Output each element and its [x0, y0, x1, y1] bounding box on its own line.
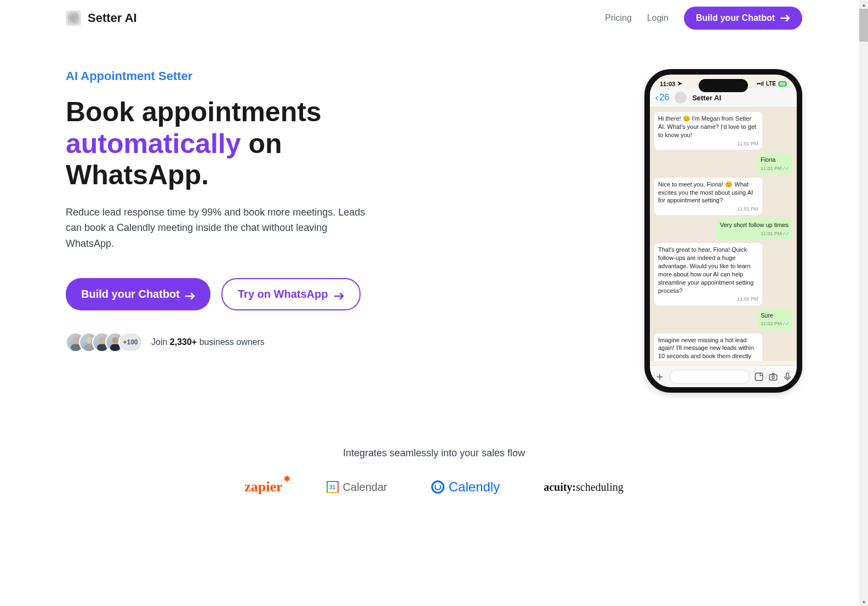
chat-message-outgoing: Sure11:02 PM: [757, 309, 792, 330]
top-nav: Setter AI Pricing Login Build your Chatb…: [0, 0, 868, 36]
phone-frame: 11:03 ➤ ••ıl LTE 89 ‹ 26 Setter AI Hi th…: [644, 69, 802, 393]
google-calendar-icon: 31: [327, 481, 339, 493]
acuity-wordmark: acuity:scheduling: [544, 481, 624, 494]
svg-point-0: [73, 337, 79, 343]
hero-primary-button[interactable]: Build your Chatbot: [66, 278, 210, 310]
brand-block[interactable]: Setter AI: [66, 10, 137, 26]
chat-avatar-icon: [675, 92, 687, 104]
headline-accent: automatically: [66, 128, 241, 159]
logo-calendly: Calendly: [431, 479, 500, 495]
logo-acuity: acuity:scheduling: [544, 481, 624, 494]
nav-cta-button[interactable]: Build your Chatbot: [684, 7, 802, 30]
svg-point-10: [772, 376, 775, 378]
hero-section: AI Appointment Setter Book appointments …: [0, 36, 868, 415]
chat-message-text: Imagine never missing a hot lead again! …: [658, 337, 757, 361]
arrow-right-icon: [780, 14, 790, 22]
chat-message-timestamp: 11:01 PM: [720, 230, 789, 237]
hero-eyebrow: AI Appointment Setter: [66, 69, 406, 83]
integrations-logos: zapier 31 Calendar Calendly acuity:sched…: [0, 479, 868, 495]
chat-message-text: Nice to meet you, Fiona! 😊 What excites …: [658, 181, 753, 204]
camera-icon[interactable]: [768, 372, 778, 382]
chat-message-timestamp: 11:02 PM: [658, 296, 758, 302]
logo-zapier: zapier: [244, 479, 282, 495]
chat-message-text: Sure: [761, 312, 773, 319]
plus-icon[interactable]: ＋: [654, 369, 665, 384]
chat-back-count: 26: [659, 93, 669, 103]
chat-message-outgoing: Very short follow up times11:01 PM: [716, 218, 792, 240]
hero-secondary-button[interactable]: Try on WhatsApp: [221, 278, 361, 310]
chat-message-timestamp: 11:01 PM: [658, 140, 758, 147]
avatar-stack: +100: [66, 332, 142, 352]
chat-input-bar: ＋: [650, 365, 797, 387]
hero-left: AI Appointment Setter Book appointments …: [66, 69, 406, 352]
logo-google-calendar: 31 Calendar: [327, 481, 387, 494]
arrow-right-icon: [334, 290, 344, 298]
social-after: business owners: [197, 337, 265, 347]
hero-cta-row: Build your Chatbot Try on WhatsApp: [66, 278, 406, 310]
chat-body: Hi there! 😊 I'm Megan from Setter AI. Wh…: [650, 107, 797, 361]
location-icon: ➤: [677, 80, 682, 87]
chat-message-timestamp: 11:01 PM: [658, 206, 758, 212]
zapier-wordmark: zapier: [244, 479, 282, 495]
sticker-icon[interactable]: [754, 372, 764, 382]
scroll-thumb[interactable]: [859, 9, 868, 42]
chevron-left-icon: ‹: [655, 93, 658, 103]
chat-message-outgoing: Fiona11:01 PM: [757, 153, 792, 174]
chat-message-incoming: Imagine never missing a hot lead again! …: [654, 333, 762, 361]
phone-mockup: 11:03 ➤ ••ıl LTE 89 ‹ 26 Setter AI Hi th…: [644, 69, 802, 393]
nav-cta-label: Build your Chatbot: [696, 13, 775, 23]
chat-message-text: That's great to hear, Fiona! Quick follo…: [658, 246, 753, 293]
phone-carrier: LTE: [766, 81, 776, 87]
phone-notch: [699, 79, 748, 92]
chat-text-input[interactable]: [670, 370, 750, 384]
social-proof-text: Join 2,330+ business owners: [151, 337, 265, 347]
social-before: Join: [151, 337, 170, 347]
hero-primary-label: Build your Chatbot: [81, 288, 180, 301]
svg-point-6: [112, 337, 118, 343]
hero-secondary-label: Try on WhatsApp: [238, 288, 328, 301]
arrow-right-icon: [185, 290, 195, 298]
brand-logo-icon: [66, 10, 81, 26]
hero-headline: Book appointments automatically on Whats…: [66, 97, 406, 191]
social-proof: +100 Join 2,330+ business owners: [66, 332, 406, 352]
integrations-title: Integrates seamlessly into your sales fl…: [0, 448, 868, 459]
chat-message-incoming: Hi there! 😊 I'm Megan from Setter AI. Wh…: [654, 112, 762, 150]
hero-sub: Reduce lead response time by 99% and boo…: [66, 205, 373, 252]
chat-name: Setter AI: [692, 94, 721, 102]
social-count: 2,330+: [170, 337, 197, 347]
nav-link-pricing[interactable]: Pricing: [605, 13, 632, 23]
brand-name: Setter AI: [88, 11, 137, 25]
svg-point-4: [99, 337, 105, 343]
svg-point-2: [86, 337, 92, 343]
chat-message-timestamp: 11:01 PM: [761, 165, 789, 172]
chat-message-incoming: Nice to meet you, Fiona! 😊 What excites …: [654, 178, 762, 216]
scroll-up-icon[interactable]: ▴: [859, 0, 868, 9]
microphone-icon[interactable]: [783, 372, 792, 382]
integrations-section: Integrates seamlessly into your sales fl…: [0, 415, 868, 539]
chat-message-text: Hi there! 😊 I'm Megan from Setter AI. Wh…: [658, 115, 756, 138]
nav-link-login[interactable]: Login: [647, 13, 669, 23]
svg-rect-11: [786, 373, 789, 378]
phone-time: 11:03: [660, 81, 675, 87]
signal-icon: ••ıl: [757, 81, 764, 87]
svg-rect-9: [769, 375, 777, 380]
svg-rect-8: [755, 373, 763, 381]
chat-message-incoming: That's great to hear, Fiona! Quick follo…: [654, 243, 762, 305]
headline-part1: Book appointments: [66, 97, 322, 127]
page-scrollbar[interactable]: ▴ ▾: [859, 0, 868, 539]
google-calendar-text: Calendar: [343, 481, 387, 494]
chat-message-text: Very short follow up times: [720, 222, 789, 228]
nav-right: Pricing Login Build your Chatbot: [605, 7, 802, 30]
phone-battery: 89: [778, 81, 787, 87]
chat-message-timestamp: 11:02 PM: [761, 320, 789, 327]
calendly-text: Calendly: [449, 479, 500, 495]
chat-back-button[interactable]: ‹ 26: [655, 93, 669, 103]
avatar-more-count: +100: [118, 332, 142, 352]
chat-message-text: Fiona: [761, 156, 776, 163]
calendly-icon: [431, 480, 444, 494]
